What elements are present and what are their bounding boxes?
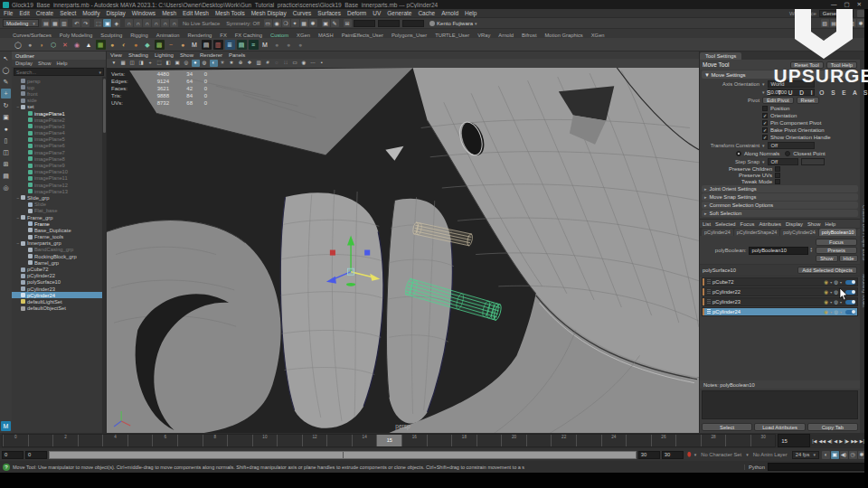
- notes-textarea[interactable]: [702, 390, 858, 419]
- status-icon[interactable]: ∩: [143, 19, 151, 27]
- shelf-tool-icon[interactable]: ✕: [61, 40, 71, 50]
- shelf-tool-icon[interactable]: ●: [178, 40, 188, 50]
- reset-tool-button[interactable]: Reset Tool: [790, 61, 824, 69]
- settings-checkbox-row[interactable]: ✓ Bake Pivot Orientation: [762, 127, 858, 134]
- menu-item[interactable]: Create: [36, 10, 54, 16]
- status-icon[interactable]: ❍: [282, 19, 290, 27]
- shelf-tool-icon[interactable]: ●: [108, 40, 118, 50]
- status-icon[interactable]: [340, 19, 343, 27]
- anim-layer-select[interactable]: No Anim Layer: [753, 452, 788, 457]
- ae-menu-item[interactable]: Help: [825, 221, 835, 227]
- section-header[interactable]: ▼ Move Settings: [702, 70, 858, 79]
- viewport-toolbar-icon[interactable]: ◫: [128, 60, 137, 67]
- checkbox[interactable]: ✓: [762, 106, 768, 111]
- timeline-frame[interactable]: [277, 435, 302, 446]
- playback-button[interactable]: |▶: [844, 438, 849, 444]
- toolbox-tool-icon[interactable]: ◯: [1, 65, 11, 75]
- status-icon[interactable]: [318, 19, 321, 27]
- shelf-tool-icon[interactable]: ◆: [143, 40, 153, 50]
- checkbox[interactable]: ✓: [775, 173, 780, 178]
- checkbox[interactable]: ✓: [762, 120, 768, 126]
- checkbox[interactable]: ✓: [775, 179, 780, 184]
- outliner-item[interactable]: Base_Duplicate: [12, 227, 106, 233]
- timeline-frame[interactable]: [78, 435, 103, 446]
- fps-select[interactable]: 24 fps▾: [792, 451, 819, 459]
- coord-x-field[interactable]: [354, 20, 375, 27]
- outliner-item[interactable]: defaultObjectSet: [12, 305, 106, 312]
- timeline-frame[interactable]: 20: [501, 435, 526, 446]
- playback-option-icon[interactable]: ▣: [831, 451, 839, 459]
- playback-option-icon[interactable]: ◷: [849, 451, 857, 459]
- timeline-ticks[interactable]: 02468101214151618202224262830: [2, 434, 776, 447]
- shelf-tool-icon[interactable]: M: [190, 40, 200, 50]
- shelf-tool-icon[interactable]: ◐: [119, 40, 129, 50]
- status-icon[interactable]: ▥: [60, 19, 68, 27]
- outliner-item[interactable]: pCylinder24: [12, 292, 106, 298]
- viewport-toolbar-icon[interactable]: ▪: [318, 60, 326, 67]
- toolbox-tool-icon[interactable]: ◫: [1, 147, 11, 157]
- shelf-tool-icon[interactable]: ●: [25, 40, 35, 50]
- menu-item[interactable]: Curves: [293, 10, 312, 16]
- outliner-item[interactable]: pCube72: [12, 266, 106, 272]
- operation-icon[interactable]: ◉: [824, 279, 828, 285]
- symmetry-label[interactable]: Symmetry: Off: [226, 21, 259, 26]
- set-key-icon[interactable]: ⬮: [685, 451, 693, 459]
- panel-toggle-icon[interactable]: ▧: [821, 19, 829, 27]
- viewport-toolbar-icon[interactable]: ●: [192, 60, 200, 67]
- script-language-label[interactable]: Python: [744, 465, 765, 470]
- timeline-frame[interactable]: [427, 435, 452, 446]
- outliner-item[interactable]: pCylinder23: [12, 286, 106, 292]
- timeline-frame[interactable]: [227, 435, 252, 446]
- status-icon[interactable]: [121, 19, 124, 27]
- status-icon[interactable]: ∩: [152, 19, 160, 27]
- collapsed-section-header[interactable]: Soft Selection: [702, 210, 858, 217]
- boolean-input-row[interactable]: pCylinder23 ◉▾ ◍▾: [702, 297, 858, 306]
- status-icon[interactable]: ↷: [81, 19, 90, 27]
- viewport-toolbar-icon[interactable]: ⬚: [156, 60, 164, 67]
- tool-help-button[interactable]: Tool Help: [826, 61, 857, 69]
- status-icon[interactable]: ▦: [300, 19, 308, 27]
- status-icon[interactable]: ∩: [134, 19, 142, 27]
- viewport-toolbar-icon[interactable]: ◧: [165, 60, 173, 67]
- ae-menu-item[interactable]: List: [703, 221, 711, 227]
- outliner-item[interactable]: imagePlane4: [12, 130, 106, 136]
- playback-button[interactable]: ▶: [839, 438, 843, 444]
- tool-settings-tab[interactable]: Tool Settings: [700, 52, 741, 60]
- outliner-tab[interactable]: Outliner: [12, 52, 106, 60]
- timeline-frame[interactable]: 28: [701, 435, 726, 446]
- toolbox-tool-icon[interactable]: ●: [1, 124, 11, 134]
- toolbox-tool-icon[interactable]: ▤: [1, 171, 11, 181]
- playback-option-icon[interactable]: ◀): [840, 451, 848, 459]
- ae-node-tab[interactable]: polyBoolean10: [819, 229, 857, 236]
- command-line-input[interactable]: [768, 463, 865, 471]
- playback-button[interactable]: ◀: [834, 438, 837, 444]
- outliner-item[interactable]: imagePlane13: [12, 188, 106, 194]
- user-account-menu[interactable]: Kento Fujiwara ▾: [429, 21, 477, 26]
- outliner-item[interactable]: Slide: [12, 202, 106, 208]
- operation-icon[interactable]: ◉: [824, 289, 828, 295]
- range-bar[interactable]: [49, 451, 637, 459]
- step-snap-value-field[interactable]: [801, 158, 825, 165]
- shelf-tool-icon[interactable]: ▥: [213, 40, 223, 50]
- toolbox-tool-icon[interactable]: ✎: [1, 77, 11, 87]
- boolean-input-row[interactable]: pCube72 ◉▾ ◍▾: [702, 277, 858, 286]
- outliner-item[interactable]: front: [12, 90, 106, 97]
- timeline-frame[interactable]: 16: [401, 435, 427, 446]
- outliner-menu-item[interactable]: Help: [57, 61, 68, 66]
- viewport-menu-item[interactable]: Renderer: [200, 52, 222, 58]
- outliner-item[interactable]: Flat_base: [12, 208, 106, 214]
- outliner-item[interactable]: imagePlane10: [12, 169, 106, 175]
- shelf-tool-icon[interactable]: ≡: [249, 40, 259, 50]
- shelf-tool-icon[interactable]: ●: [131, 40, 141, 50]
- info-icon[interactable]: ◍: [834, 289, 838, 295]
- search-input[interactable]: [14, 70, 99, 75]
- timeline-frame[interactable]: 26: [651, 435, 676, 446]
- workspace-select[interactable]: General* ▾: [819, 10, 854, 17]
- drag-handle-icon[interactable]: [707, 299, 711, 305]
- toolbox-tool-icon[interactable]: +: [1, 89, 11, 99]
- status-icon[interactable]: ▭: [264, 19, 272, 27]
- viewport-toolbar-icon[interactable]: +: [146, 60, 155, 67]
- settings-checkbox-row[interactable]: ✓ Position: [762, 105, 858, 112]
- playback-button[interactable]: |◀: [812, 438, 816, 444]
- checkbox[interactable]: ✓: [762, 113, 768, 118]
